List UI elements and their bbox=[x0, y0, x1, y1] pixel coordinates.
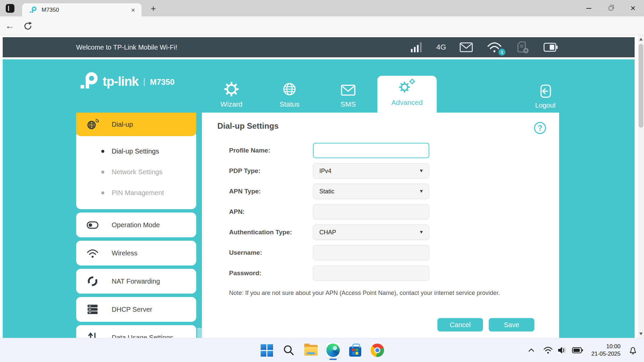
tab-title: M7350 bbox=[42, 7, 129, 13]
browser-tab[interactable]: M7350 bbox=[22, 3, 142, 16]
nav-label-wizard: Wizard bbox=[206, 100, 257, 108]
store-icon bbox=[349, 347, 361, 357]
field-label: Authentication Type: bbox=[229, 225, 292, 240]
tplink-logo-icon bbox=[80, 72, 99, 91]
sidebar-item-dhcp-server[interactable]: DHCP Server bbox=[76, 297, 196, 322]
sidebar-subsection: Dial-up Settings Network Settings PIN Ma… bbox=[76, 131, 196, 209]
help-icon[interactable]: ? bbox=[534, 122, 546, 134]
battery-icon bbox=[543, 42, 558, 52]
welcome-text: Welcome to TP-Link Mobile Wi-Fi! bbox=[76, 44, 177, 51]
nav-tab-wizard[interactable]: Wizard bbox=[206, 80, 257, 108]
chrome-icon bbox=[371, 344, 384, 357]
clock-time: 10:00 bbox=[591, 343, 621, 350]
scroll-down-icon[interactable] bbox=[639, 333, 643, 335]
form-row-apn-type: APN Type: Static bbox=[202, 184, 559, 199]
form-row-authentication-type: Authentication Type: CHAP bbox=[202, 225, 559, 240]
dialup-settings-panel: Dial-up Settings ? Profile Name: PDP Typ… bbox=[202, 113, 559, 338]
pdp-type-select[interactable]: IPv4 bbox=[313, 163, 429, 179]
microsoft-store-button[interactable] bbox=[348, 343, 363, 358]
folder-icon bbox=[304, 345, 318, 356]
taskbar-clock[interactable]: 10:00 21-05-2025 bbox=[591, 343, 621, 358]
wifi-status-icon: 1 bbox=[486, 40, 502, 54]
search-icon bbox=[283, 344, 295, 356]
form-row-apn: APN: bbox=[202, 204, 559, 220]
tray-battery-icon[interactable] bbox=[572, 346, 583, 354]
start-button[interactable] bbox=[259, 343, 274, 358]
restore-button[interactable] bbox=[600, 0, 622, 16]
logout-button[interactable]: Logout bbox=[529, 83, 562, 109]
authentication-type-select[interactable]: CHAP bbox=[313, 225, 429, 240]
password-input[interactable] bbox=[313, 265, 429, 281]
brand-text: tp-link bbox=[103, 74, 139, 89]
apn-input[interactable] bbox=[313, 204, 429, 220]
file-explorer-button[interactable] bbox=[304, 343, 318, 358]
edge-browser-button[interactable] bbox=[326, 343, 340, 358]
device-status-bar: Welcome to TP-Link Mobile Wi-Fi! 4G bbox=[3, 37, 635, 57]
field-label: Profile Name: bbox=[229, 143, 270, 158]
sidebar-label-dialup: Dial-up bbox=[112, 121, 133, 128]
nat-forwarding-icon bbox=[87, 275, 99, 287]
sidebar-subitem-pin-management[interactable]: PIN Management bbox=[76, 182, 196, 203]
form-row-username: Username: bbox=[202, 245, 559, 260]
tray-chevron-up-icon[interactable] bbox=[527, 346, 536, 355]
tray-volume-icon[interactable] bbox=[557, 346, 567, 355]
nav-label-status: Status bbox=[264, 100, 315, 108]
taskbar-search-button[interactable] bbox=[281, 343, 296, 358]
site-background: tp-link M7350 bbox=[3, 59, 635, 338]
sidebar-subitem-dialup-settings[interactable]: Dial-up Settings bbox=[76, 141, 196, 162]
network-type-label: 4G bbox=[436, 43, 446, 52]
logout-label: Logout bbox=[529, 102, 562, 109]
apn-note: Note: If you are not sure about your APN… bbox=[229, 290, 500, 297]
windows-taskbar: 10:00 21-05-2025 bbox=[0, 338, 644, 362]
logout-icon bbox=[538, 83, 553, 99]
sidebar-item-wireless[interactable]: Wireless bbox=[76, 241, 196, 265]
sidebar-subitem-network-settings[interactable]: Network Settings bbox=[76, 162, 196, 182]
scrollbar-thumb[interactable] bbox=[639, 44, 643, 128]
apn-type-select[interactable]: Static bbox=[313, 184, 429, 199]
signal-strength-icon bbox=[411, 42, 423, 53]
back-button[interactable] bbox=[5, 21, 15, 31]
nav-label-sms: SMS bbox=[323, 100, 373, 108]
field-label: APN Type: bbox=[229, 184, 261, 199]
tab-close-icon[interactable] bbox=[129, 6, 137, 14]
nav-label-advanced: Advanced bbox=[377, 99, 437, 107]
field-label: PDP Type: bbox=[229, 163, 260, 179]
refresh-button[interactable] bbox=[23, 21, 33, 31]
clock-date: 21-05-2025 bbox=[591, 350, 621, 358]
close-button[interactable] bbox=[622, 0, 644, 16]
minimize-button[interactable] bbox=[578, 0, 600, 16]
sidebar-item-nat-forwarding[interactable]: NAT Forwarding bbox=[76, 269, 196, 294]
sms-envelope-icon bbox=[340, 83, 357, 98]
page-title: Dial-up Settings bbox=[217, 121, 279, 131]
browser-titlebar: M7350 bbox=[0, 0, 644, 16]
page-scrollbar[interactable] bbox=[638, 35, 644, 338]
new-tab-button[interactable] bbox=[149, 4, 158, 13]
field-label: Username: bbox=[229, 245, 262, 260]
tab-actions-icon[interactable] bbox=[6, 4, 14, 13]
save-button[interactable]: Save bbox=[489, 318, 534, 331]
form-row-profile-name: Profile Name: bbox=[202, 143, 559, 158]
screen: M7350 Not secure tplinkmifi.n bbox=[0, 0, 644, 362]
form-row-password: Password: bbox=[202, 265, 559, 281]
bullet-icon bbox=[101, 171, 104, 174]
bullet-icon bbox=[101, 150, 104, 153]
bullet-icon bbox=[101, 191, 104, 194]
profile-name-input[interactable] bbox=[313, 143, 429, 158]
notification-bell-icon[interactable] bbox=[628, 345, 638, 355]
nav-tab-status[interactable]: Status bbox=[264, 80, 315, 108]
chrome-button[interactable] bbox=[370, 343, 385, 358]
sidebar: Dial-up Dial-up Settings Network Setting… bbox=[76, 113, 196, 350]
cancel-button[interactable]: Cancel bbox=[437, 318, 483, 331]
sidebar-item-dialup[interactable]: Dial-up bbox=[76, 113, 196, 136]
windows-logo-icon bbox=[261, 344, 273, 357]
status-globe-icon bbox=[281, 81, 298, 98]
username-input[interactable] bbox=[313, 245, 429, 260]
field-label: Password: bbox=[229, 265, 261, 281]
tray-wifi-icon[interactable] bbox=[543, 346, 553, 355]
nav-tab-advanced[interactable]: Advanced bbox=[377, 76, 437, 113]
browser-toolbar: Not secure tplinkmifi.net/settings.html#… bbox=[0, 16, 644, 35]
sidebar-item-operation-mode[interactable]: Operation Mode bbox=[76, 213, 196, 237]
scroll-up-icon[interactable] bbox=[639, 38, 643, 41]
nav-tab-sms[interactable]: SMS bbox=[323, 80, 373, 108]
window-controls bbox=[578, 0, 644, 16]
